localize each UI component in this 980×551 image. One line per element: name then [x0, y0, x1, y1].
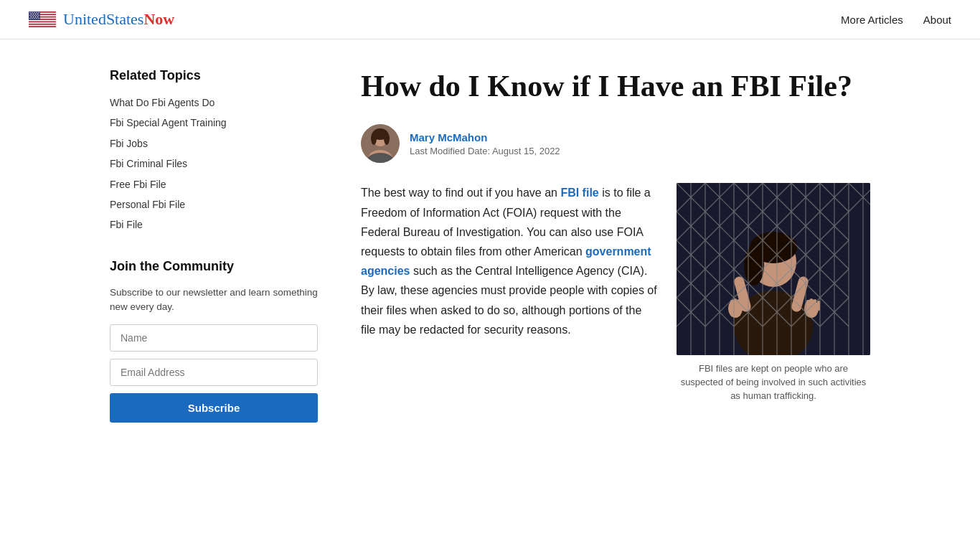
- related-link-personal-file[interactable]: Personal Fbi File: [110, 199, 185, 210]
- svg-point-35: [384, 132, 390, 145]
- svg-point-16: [37, 14, 38, 14]
- svg-rect-52: [810, 298, 813, 311]
- svg-point-12: [38, 12, 39, 13]
- subscribe-button[interactable]: Subscribe: [110, 393, 318, 423]
- svg-point-27: [32, 18, 32, 19]
- svg-point-24: [35, 17, 36, 17]
- author-name: Mary McMahon: [410, 131, 560, 143]
- article-body-row: The best way to find out if you have an …: [361, 183, 870, 403]
- article-image-block: FBI files are kept on people who are sus…: [677, 183, 870, 403]
- related-links-list: What Do Fbi Agents Do Fbi Special Agent …: [110, 95, 318, 233]
- svg-point-26: [29, 18, 30, 19]
- community-description: Subscribe to our newsletter and learn so…: [110, 286, 318, 315]
- list-item: What Do Fbi Agents Do: [110, 95, 318, 110]
- svg-rect-6: [29, 25, 56, 27]
- svg-point-11: [36, 12, 37, 13]
- author-section: Mary McMahon Last Modified Date: August …: [361, 124, 870, 163]
- main-nav: More Articles About: [841, 14, 951, 26]
- community-heading: Join the Community: [110, 259, 318, 274]
- svg-rect-53: [814, 299, 816, 311]
- fbi-file-link[interactable]: FBI file: [560, 187, 598, 199]
- email-field-group: [110, 359, 318, 386]
- flag-icon: [29, 11, 56, 27]
- list-item: Free Fbi File: [110, 176, 318, 192]
- svg-point-15: [35, 14, 36, 14]
- list-item: Fbi Special Agent Training: [110, 115, 318, 131]
- svg-point-42: [744, 245, 764, 286]
- svg-rect-49: [738, 299, 740, 311]
- related-topics-heading: Related Topics: [110, 68, 318, 83]
- nav-more-articles[interactable]: More Articles: [841, 14, 903, 26]
- list-item: Personal Fbi File: [110, 197, 318, 212]
- svg-point-23: [33, 17, 34, 17]
- community-section: Join the Community Subscribe to our news…: [110, 259, 318, 423]
- related-topics-section: Related Topics What Do Fbi Agents Do Fbi…: [110, 68, 318, 233]
- svg-point-29: [36, 18, 37, 19]
- svg-point-34: [371, 132, 377, 145]
- svg-point-14: [33, 14, 34, 14]
- article-main: How do I Know if I Have an FBI File?: [361, 68, 870, 448]
- svg-point-8: [29, 12, 30, 13]
- body-text-part1: The best way to find out if you have an: [361, 187, 560, 199]
- svg-point-28: [34, 18, 34, 19]
- related-link-fbi-file[interactable]: Fbi File: [110, 219, 143, 230]
- svg-point-17: [29, 15, 30, 16]
- article-image: [677, 183, 870, 355]
- related-link-fbi-jobs[interactable]: Fbi Jobs: [110, 138, 148, 149]
- svg-point-21: [38, 15, 39, 16]
- list-item: Fbi Criminal Files: [110, 156, 318, 171]
- svg-point-25: [37, 17, 38, 17]
- related-link-free-file[interactable]: Free Fbi File: [110, 179, 166, 190]
- related-link-criminal-files[interactable]: Fbi Criminal Files: [110, 158, 187, 169]
- list-item: Fbi File: [110, 217, 318, 232]
- name-field-group: [110, 324, 318, 352]
- sidebar: Related Topics What Do Fbi Agents Do Fbi…: [110, 68, 318, 448]
- logo-text: UnitedStatesNow: [63, 10, 174, 29]
- svg-rect-4: [29, 20, 56, 22]
- article-text: The best way to find out if you have an …: [361, 183, 658, 339]
- svg-point-22: [31, 17, 32, 17]
- svg-point-19: [34, 15, 34, 16]
- site-logo[interactable]: UnitedStatesNow: [29, 10, 174, 29]
- svg-point-30: [38, 18, 39, 19]
- svg-rect-5: [29, 22, 56, 24]
- svg-point-13: [31, 14, 32, 14]
- svg-point-10: [34, 12, 34, 13]
- related-link-special-agent[interactable]: Fbi Special Agent Training: [110, 117, 227, 128]
- nav-about[interactable]: About: [923, 14, 951, 26]
- author-date: Last Modified Date: August 15, 2022: [410, 146, 560, 156]
- article-title: How do I Know if I Have an FBI File?: [361, 68, 870, 104]
- author-avatar: [361, 124, 400, 163]
- svg-point-20: [36, 15, 37, 16]
- svg-point-9: [32, 12, 32, 13]
- author-info: Mary McMahon Last Modified Date: August …: [410, 131, 560, 156]
- email-input[interactable]: [110, 359, 318, 386]
- related-link-what-do-fbi[interactable]: What Do Fbi Agents Do: [110, 97, 215, 108]
- svg-point-18: [32, 15, 32, 16]
- name-input[interactable]: [110, 324, 318, 352]
- svg-rect-47: [730, 300, 733, 311]
- list-item: Fbi Jobs: [110, 136, 318, 151]
- image-caption: FBI files are kept on people who are sus…: [677, 362, 870, 403]
